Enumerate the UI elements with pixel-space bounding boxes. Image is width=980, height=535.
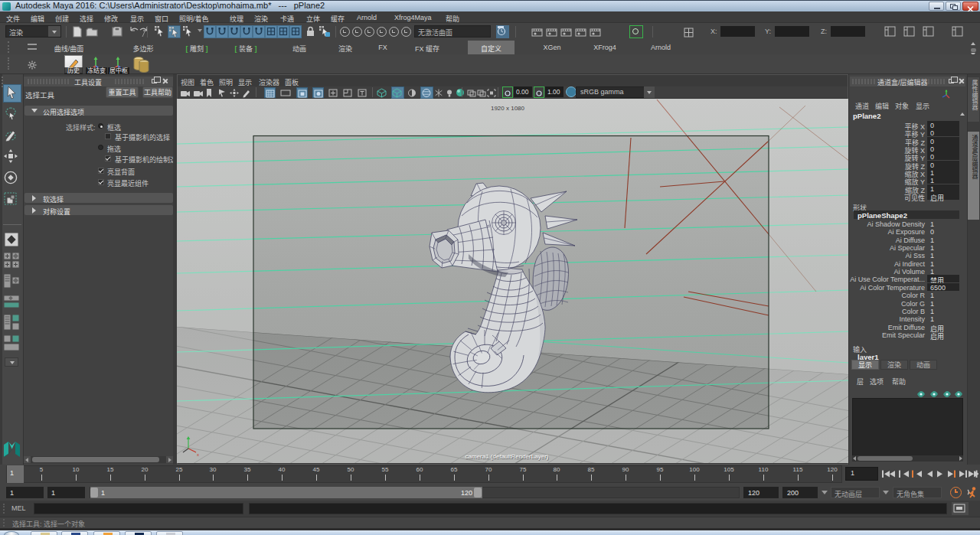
svg-text:1920 x 1080: 1920 x 1080 [491,105,525,112]
svg-text:x: x [197,452,199,457]
svg-text:camera1 (defaultRenderLayer): camera1 (defaultRenderLayer) [466,453,549,460]
